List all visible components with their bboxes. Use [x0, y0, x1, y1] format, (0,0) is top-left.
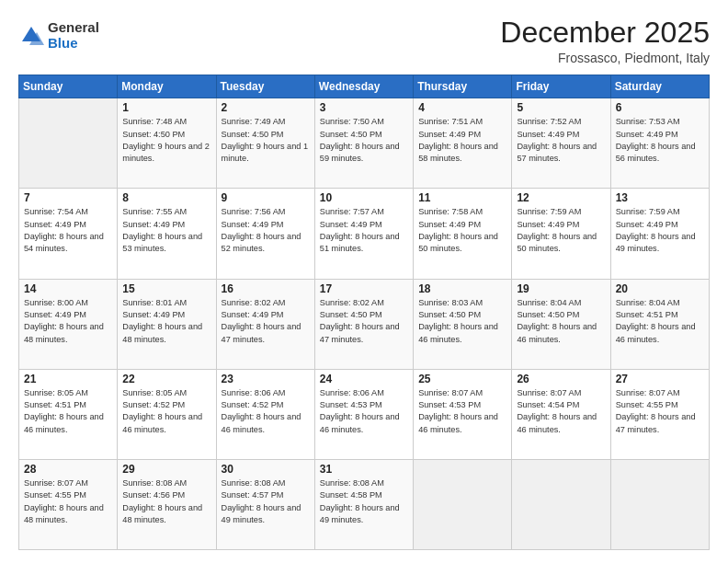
day-number: 28	[24, 463, 112, 476]
day-info: Sunrise: 8:02 AMSunset: 4:49 PMDaylight:…	[222, 297, 310, 346]
logo-general: General	[48, 20, 99, 36]
day-number: 13	[616, 191, 704, 204]
day-number: 29	[122, 463, 210, 476]
day-info: Sunrise: 7:56 AMSunset: 4:49 PMDaylight:…	[222, 206, 310, 255]
day-number: 16	[222, 282, 310, 295]
day-number: 7	[24, 191, 112, 204]
calendar-cell: 27Sunrise: 8:07 AMSunset: 4:55 PMDayligh…	[610, 369, 709, 459]
calendar-cell: 1Sunrise: 7:48 AMSunset: 4:50 PMDaylight…	[118, 98, 216, 189]
day-info: Sunrise: 8:07 AMSunset: 4:54 PMDaylight:…	[517, 387, 605, 436]
calendar-week-3: 21Sunrise: 8:05 AMSunset: 4:51 PMDayligh…	[19, 369, 710, 459]
day-info: Sunrise: 7:57 AMSunset: 4:49 PMDaylight:…	[320, 206, 408, 255]
day-number: 30	[222, 463, 310, 476]
day-info: Sunrise: 8:08 AMSunset: 4:56 PMDaylight:…	[122, 477, 210, 526]
day-info: Sunrise: 7:59 AMSunset: 4:49 PMDaylight:…	[616, 206, 704, 255]
calendar-cell: 5Sunrise: 7:52 AMSunset: 4:49 PMDaylight…	[512, 98, 610, 189]
calendar-cell: 15Sunrise: 8:01 AMSunset: 4:49 PMDayligh…	[118, 279, 216, 369]
calendar-cell	[414, 459, 512, 549]
calendar-cell: 16Sunrise: 8:02 AMSunset: 4:49 PMDayligh…	[216, 279, 314, 369]
calendar-header-friday: Friday	[512, 75, 610, 98]
title-area: December 2025 Frossasco, Piedmont, Italy	[500, 17, 710, 65]
day-info: Sunrise: 7:51 AMSunset: 4:49 PMDaylight:…	[418, 116, 506, 165]
day-info: Sunrise: 7:53 AMSunset: 4:49 PMDaylight:…	[616, 116, 704, 165]
day-number: 27	[616, 373, 704, 385]
day-number: 10	[320, 191, 408, 204]
calendar-cell: 3Sunrise: 7:50 AMSunset: 4:50 PMDaylight…	[314, 98, 413, 189]
day-info: Sunrise: 8:08 AMSunset: 4:58 PMDaylight:…	[320, 477, 408, 526]
calendar-week-4: 28Sunrise: 8:07 AMSunset: 4:55 PMDayligh…	[19, 459, 710, 549]
calendar-cell: 2Sunrise: 7:49 AMSunset: 4:50 PMDaylight…	[216, 98, 314, 189]
calendar-cell: 17Sunrise: 8:02 AMSunset: 4:50 PMDayligh…	[314, 279, 413, 369]
calendar-cell	[512, 459, 610, 549]
day-info: Sunrise: 7:50 AMSunset: 4:50 PMDaylight:…	[320, 116, 408, 165]
calendar-cell: 11Sunrise: 7:58 AMSunset: 4:49 PMDayligh…	[414, 189, 512, 279]
day-number: 2	[222, 101, 310, 114]
calendar-header-row: SundayMondayTuesdayWednesdayThursdayFrid…	[19, 75, 710, 98]
calendar-cell: 20Sunrise: 8:04 AMSunset: 4:51 PMDayligh…	[610, 279, 709, 369]
calendar-cell: 31Sunrise: 8:08 AMSunset: 4:58 PMDayligh…	[314, 459, 413, 549]
calendar-week-2: 14Sunrise: 8:00 AMSunset: 4:49 PMDayligh…	[19, 279, 710, 369]
calendar-cell: 4Sunrise: 7:51 AMSunset: 4:49 PMDaylight…	[414, 98, 512, 189]
calendar-header-saturday: Saturday	[610, 75, 709, 98]
calendar-cell: 24Sunrise: 8:06 AMSunset: 4:53 PMDayligh…	[314, 369, 413, 459]
month-title: December 2025	[500, 17, 710, 49]
day-info: Sunrise: 8:04 AMSunset: 4:51 PMDaylight:…	[616, 297, 704, 346]
calendar-cell: 30Sunrise: 8:08 AMSunset: 4:57 PMDayligh…	[216, 459, 314, 549]
day-info: Sunrise: 8:02 AMSunset: 4:50 PMDaylight:…	[320, 297, 408, 346]
calendar-cell: 18Sunrise: 8:03 AMSunset: 4:50 PMDayligh…	[414, 279, 512, 369]
logo-text: General Blue	[48, 20, 99, 51]
day-number: 23	[222, 373, 310, 385]
day-number: 1	[122, 101, 210, 114]
calendar: SundayMondayTuesdayWednesdayThursdayFrid…	[18, 75, 710, 550]
day-number: 11	[418, 191, 506, 204]
day-number: 12	[517, 191, 605, 204]
day-number: 22	[122, 373, 210, 385]
day-number: 21	[24, 373, 112, 385]
day-info: Sunrise: 7:48 AMSunset: 4:50 PMDaylight:…	[122, 116, 210, 165]
calendar-header-sunday: Sunday	[19, 75, 118, 98]
calendar-week-0: 1Sunrise: 7:48 AMSunset: 4:50 PMDaylight…	[19, 98, 710, 189]
calendar-week-1: 7Sunrise: 7:54 AMSunset: 4:49 PMDaylight…	[19, 189, 710, 279]
logo-icon	[18, 23, 44, 49]
day-info: Sunrise: 8:07 AMSunset: 4:55 PMDaylight:…	[24, 477, 112, 526]
calendar-cell: 25Sunrise: 8:07 AMSunset: 4:53 PMDayligh…	[414, 369, 512, 459]
calendar-cell: 7Sunrise: 7:54 AMSunset: 4:49 PMDaylight…	[19, 189, 118, 279]
day-number: 26	[517, 373, 605, 385]
day-info: Sunrise: 7:55 AMSunset: 4:49 PMDaylight:…	[122, 206, 210, 255]
calendar-cell: 26Sunrise: 8:07 AMSunset: 4:54 PMDayligh…	[512, 369, 610, 459]
calendar-cell: 21Sunrise: 8:05 AMSunset: 4:51 PMDayligh…	[19, 369, 118, 459]
day-info: Sunrise: 7:59 AMSunset: 4:49 PMDaylight:…	[517, 206, 605, 255]
day-info: Sunrise: 8:01 AMSunset: 4:49 PMDaylight:…	[122, 297, 210, 346]
day-info: Sunrise: 7:52 AMSunset: 4:49 PMDaylight:…	[517, 116, 605, 165]
day-info: Sunrise: 8:07 AMSunset: 4:53 PMDaylight:…	[418, 387, 506, 436]
calendar-cell: 6Sunrise: 7:53 AMSunset: 4:49 PMDaylight…	[610, 98, 709, 189]
calendar-cell: 12Sunrise: 7:59 AMSunset: 4:49 PMDayligh…	[512, 189, 610, 279]
calendar-cell: 22Sunrise: 8:05 AMSunset: 4:52 PMDayligh…	[118, 369, 216, 459]
day-number: 17	[320, 282, 408, 295]
day-info: Sunrise: 8:05 AMSunset: 4:51 PMDaylight:…	[24, 387, 112, 436]
day-number: 8	[122, 191, 210, 204]
calendar-cell	[610, 459, 709, 549]
day-number: 19	[517, 282, 605, 295]
day-number: 5	[517, 101, 605, 114]
calendar-cell: 10Sunrise: 7:57 AMSunset: 4:49 PMDayligh…	[314, 189, 413, 279]
day-info: Sunrise: 7:54 AMSunset: 4:49 PMDaylight:…	[24, 206, 112, 255]
day-number: 4	[418, 101, 506, 114]
day-number: 15	[122, 282, 210, 295]
day-info: Sunrise: 8:06 AMSunset: 4:52 PMDaylight:…	[222, 387, 310, 436]
calendar-header-thursday: Thursday	[414, 75, 512, 98]
day-number: 24	[320, 373, 408, 385]
calendar-cell: 19Sunrise: 8:04 AMSunset: 4:50 PMDayligh…	[512, 279, 610, 369]
day-info: Sunrise: 7:58 AMSunset: 4:49 PMDaylight:…	[418, 206, 506, 255]
day-info: Sunrise: 8:08 AMSunset: 4:57 PMDaylight:…	[222, 477, 310, 526]
day-number: 18	[418, 282, 506, 295]
calendar-cell: 29Sunrise: 8:08 AMSunset: 4:56 PMDayligh…	[118, 459, 216, 549]
page: General Blue December 2025 Frossasco, Pi…	[0, 0, 728, 563]
calendar-cell	[19, 98, 118, 189]
calendar-cell: 23Sunrise: 8:06 AMSunset: 4:52 PMDayligh…	[216, 369, 314, 459]
logo: General Blue	[18, 20, 99, 51]
calendar-cell: 8Sunrise: 7:55 AMSunset: 4:49 PMDaylight…	[118, 189, 216, 279]
day-number: 14	[24, 282, 112, 295]
day-info: Sunrise: 8:06 AMSunset: 4:53 PMDaylight:…	[320, 387, 408, 436]
calendar-cell: 14Sunrise: 8:00 AMSunset: 4:49 PMDayligh…	[19, 279, 118, 369]
